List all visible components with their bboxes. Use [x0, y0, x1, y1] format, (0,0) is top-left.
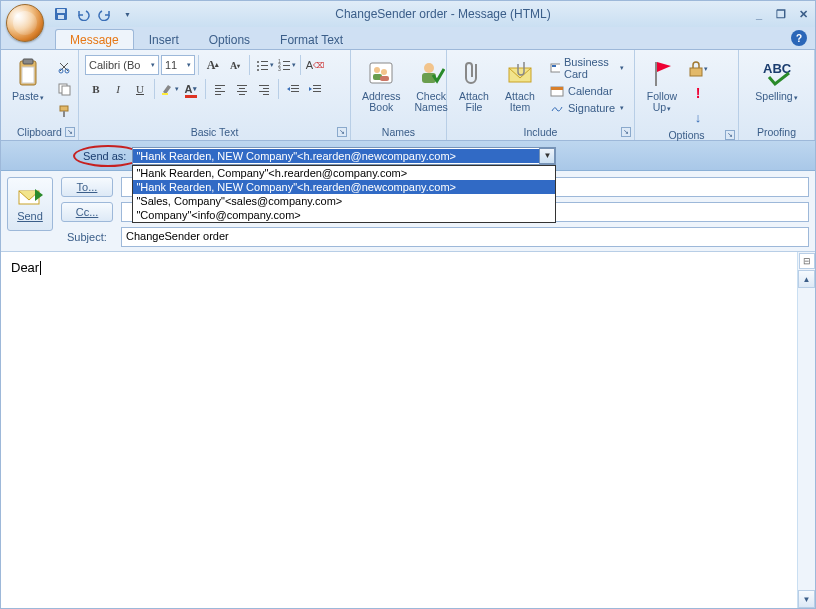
chevron-down-icon[interactable]: ▼ [539, 148, 555, 164]
align-center-icon[interactable] [231, 78, 253, 100]
paste-button[interactable]: Paste▾ [7, 54, 49, 106]
ruler-toggle-icon[interactable]: ⊟ [799, 253, 815, 269]
attach-file-button[interactable]: Attach File [453, 54, 495, 116]
minimize-button[interactable]: _ [751, 7, 767, 21]
copy-icon[interactable] [53, 78, 75, 100]
svg-rect-31 [239, 88, 245, 89]
svg-rect-48 [380, 76, 389, 81]
clear-formatting-icon[interactable]: A⌫ [304, 54, 326, 76]
group-names: Address Book Check Names Names [351, 50, 447, 140]
redo-icon[interactable] [97, 6, 113, 22]
svg-rect-21 [283, 65, 290, 66]
grow-font-icon[interactable]: A▴ [202, 54, 224, 76]
tab-insert[interactable]: Insert [134, 29, 194, 49]
svg-point-16 [257, 69, 259, 71]
include-dialog-launcher[interactable]: ↘ [621, 127, 631, 137]
svg-rect-13 [261, 61, 268, 62]
to-button[interactable]: To... [61, 177, 113, 197]
align-right-icon[interactable] [253, 78, 275, 100]
qat-more-icon[interactable]: ▼ [119, 6, 135, 22]
svg-rect-34 [259, 85, 269, 86]
svg-rect-24 [162, 93, 168, 95]
scroll-track[interactable] [798, 288, 815, 590]
close-button[interactable]: ✕ [795, 7, 811, 21]
send-as-option[interactable]: "Sales, Company"<sales@company.com> [133, 194, 555, 208]
office-button[interactable] [6, 4, 44, 42]
ribbon: Paste▾ Clipboard↘ Calibri (Bo▾ 11▾ A▴ A▾ [1, 49, 815, 141]
attach-item-button[interactable]: Attach Item [499, 54, 541, 116]
send-label: Send [17, 210, 43, 222]
scroll-down-icon[interactable]: ▼ [798, 590, 815, 608]
cut-icon[interactable] [53, 56, 75, 78]
svg-rect-32 [237, 91, 247, 92]
font-color-icon[interactable]: A▾ [180, 78, 202, 100]
svg-rect-1 [57, 9, 65, 13]
svg-rect-19 [283, 61, 290, 62]
undo-icon[interactable] [75, 6, 91, 22]
decrease-indent-icon[interactable] [282, 78, 304, 100]
svg-rect-17 [261, 69, 268, 70]
send-button[interactable]: Send [7, 177, 53, 231]
check-names-icon [415, 57, 447, 89]
clipboard-dialog-launcher[interactable]: ↘ [65, 127, 75, 137]
signature-button[interactable]: Signature▾ [545, 100, 629, 116]
follow-up-button[interactable]: Follow Up▾ [641, 54, 683, 117]
tab-format-text[interactable]: Format Text [265, 29, 358, 49]
bold-button[interactable]: B [85, 78, 107, 100]
send-as-option[interactable]: "Company"<info@company.com> [133, 208, 555, 222]
subject-label: Subject: [61, 227, 113, 247]
spelling-button[interactable]: ABC Spelling▾ [750, 54, 802, 106]
tab-options[interactable]: Options [194, 29, 265, 49]
subject-field[interactable]: ChangeSender order [121, 227, 809, 247]
restore-button[interactable]: ❐ [773, 7, 789, 21]
tab-message[interactable]: Message [55, 29, 134, 49]
bullets-icon[interactable]: ▾ [253, 54, 275, 76]
scroll-up-icon[interactable]: ▲ [798, 270, 815, 288]
svg-point-49 [424, 63, 434, 73]
increase-indent-icon[interactable] [304, 78, 326, 100]
paste-label: Paste [12, 90, 39, 102]
svg-rect-36 [259, 91, 269, 92]
address-book-button[interactable]: Address Book [357, 54, 406, 116]
send-as-label: Send as: [83, 150, 126, 162]
font-name-combo[interactable]: Calibri (Bo▾ [85, 55, 159, 75]
italic-button[interactable]: I [107, 78, 129, 100]
numbering-icon[interactable]: 123▾ [275, 54, 297, 76]
svg-point-46 [381, 69, 387, 75]
attach-item-icon [504, 57, 536, 89]
send-as-option[interactable]: "Hank Rearden, NEW Company"<h.rearden@ne… [133, 180, 555, 194]
svg-rect-56 [655, 62, 657, 86]
permission-icon[interactable]: ▾ [687, 58, 709, 80]
highlight-icon[interactable]: ▾ [158, 78, 180, 100]
svg-rect-27 [215, 88, 221, 89]
card-icon [550, 62, 560, 74]
basictext-dialog-launcher[interactable]: ↘ [337, 127, 347, 137]
send-as-combo[interactable]: "Hank Rearden, NEW Company"<h.rearden@ne… [132, 147, 556, 165]
svg-rect-11 [63, 111, 65, 117]
address-book-label: Address Book [362, 91, 401, 113]
save-icon[interactable] [53, 6, 69, 22]
title-bar: ▼ ChangeSender order - Message (HTML) _ … [1, 1, 815, 27]
svg-rect-57 [690, 68, 702, 76]
cc-button[interactable]: Cc... [61, 202, 113, 222]
help-icon[interactable]: ? [791, 30, 807, 46]
high-importance-icon[interactable]: ! [687, 82, 709, 104]
options-dialog-launcher[interactable]: ↘ [725, 130, 735, 140]
calendar-button[interactable]: Calendar [545, 83, 629, 99]
svg-rect-53 [552, 65, 556, 67]
vertical-scrollbar[interactable]: ⊟ ▲ ▼ [797, 252, 815, 608]
font-size-combo[interactable]: 11▾ [161, 55, 195, 75]
low-importance-icon[interactable]: ↓ [687, 106, 709, 128]
shrink-font-icon[interactable]: A▾ [224, 54, 246, 76]
group-label-basictext: Basic Text [191, 126, 239, 138]
send-as-option[interactable]: "Hank Rearden, Company"<h.rearden@compan… [133, 166, 555, 180]
business-card-button[interactable]: Business Card▾ [545, 54, 629, 82]
format-painter-icon[interactable] [53, 100, 75, 122]
align-left-icon[interactable] [209, 78, 231, 100]
underline-button[interactable]: U [129, 78, 151, 100]
ribbon-tabs: Message Insert Options Format Text ? [1, 27, 815, 49]
group-include: Attach File Attach Item Business Card▾ C… [447, 50, 635, 140]
flag-icon [646, 57, 678, 89]
message-body[interactable]: Dear [1, 252, 797, 608]
check-names-label: Check Names [415, 91, 448, 113]
